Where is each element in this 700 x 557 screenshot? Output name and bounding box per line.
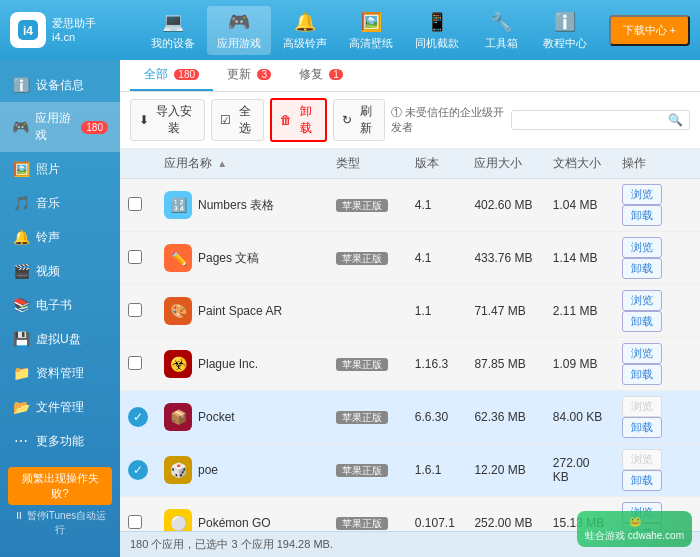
download-button[interactable]: 下载中心 + <box>609 15 690 46</box>
sidebar-item-photos[interactable]: 🖼️ 照片 <box>0 152 120 186</box>
sidebar-item-music[interactable]: 🎵 音乐 <box>0 186 120 220</box>
browse-button[interactable]: 浏览 <box>622 343 662 364</box>
app-type: 苹果正版 <box>328 391 407 444</box>
app-name: Plague Inc. <box>198 357 258 371</box>
photos-icon: 🖼️ <box>12 160 30 178</box>
action-cell: 浏览 卸载 <box>614 444 700 497</box>
info-icon: ℹ️ <box>12 76 30 94</box>
select-all-button[interactable]: ☑ 全选 <box>211 99 264 141</box>
row-checkbox[interactable] <box>128 356 142 370</box>
app-icon: ✏️ <box>164 244 192 272</box>
search-icon: 🔍 <box>668 113 683 127</box>
tab-backup[interactable]: 修复 1 <box>285 60 357 91</box>
col-version-header: 版本 <box>407 149 467 179</box>
browse-button[interactable]: 浏览 <box>622 290 662 311</box>
sidebar-item-app-game[interactable]: 🎮 应用游戏 180 <box>0 102 120 152</box>
action-cell: 浏览 卸载 <box>614 391 700 444</box>
app-version: 0.107.1 <box>407 497 467 532</box>
row-checkbox[interactable] <box>128 197 142 211</box>
sidebar-item-device-info[interactable]: ℹ️ 设备信息 <box>0 68 120 102</box>
app-type: 苹果正版 <box>328 338 407 391</box>
tab-update-badge: 3 <box>257 69 271 80</box>
more-icon: ⋯ <box>12 432 30 450</box>
toolbar: ⬇ 导入安装 ☑ 全选 🗑 卸载 ↻ 刷新 ① 未受信任的企业级开发者 🔍 <box>120 92 700 149</box>
uninstall-row-button[interactable]: 卸载 <box>622 417 662 438</box>
app-icon: 📦 <box>164 403 192 431</box>
checkbox-checked[interactable]: ✓ <box>128 460 148 480</box>
error-button[interactable]: 频繁出现操作失败? <box>8 467 112 505</box>
import-install-button[interactable]: ⬇ 导入安装 <box>130 99 205 141</box>
app-version: 1.1 <box>407 285 467 338</box>
sidebar-item-video[interactable]: 🎬 视频 <box>0 254 120 288</box>
nav-wallpaper[interactable]: 🖼️ 高清壁纸 <box>339 6 403 55</box>
uninstall-row-button[interactable]: 卸载 <box>622 311 662 332</box>
action-cell: 浏览 卸载 <box>614 179 700 232</box>
book-icon: 📚 <box>12 296 30 314</box>
uninstall-row-button[interactable]: 卸载 <box>622 258 662 279</box>
app-version: 1.16.3 <box>407 338 467 391</box>
row-checkbox[interactable] <box>128 303 142 317</box>
nav-my-device[interactable]: 💻 我的设备 <box>141 6 205 55</box>
browse-button[interactable]: 浏览 <box>622 184 662 205</box>
type-badge: 苹果正版 <box>336 411 388 424</box>
app-type: 苹果正版 <box>328 179 407 232</box>
nav-app-game[interactable]: 🎮 应用游戏 <box>207 6 271 55</box>
table-row: ✓ 🎲 poe 苹果正版1.6.112.20 MB272.00 KB 浏览 卸载 <box>120 444 700 497</box>
doc-size: 84.00 KB <box>545 391 614 444</box>
sidebar-item-more[interactable]: ⋯ 更多功能 <box>0 424 120 458</box>
app-icon: 🎨 <box>164 297 192 325</box>
search-input[interactable] <box>518 113 668 127</box>
browse-button[interactable]: 浏览 <box>622 237 662 258</box>
trust-text: ① 未受信任的企业级开发者 <box>391 105 505 135</box>
app-count-badge: 180 <box>81 121 108 134</box>
sidebar-item-data-mgmt[interactable]: 📁 资料管理 <box>0 356 120 390</box>
checkbox-checked[interactable]: ✓ <box>128 407 148 427</box>
app-size: 252.00 MB <box>466 497 544 532</box>
app-name: Pokémon GO <box>198 516 271 530</box>
app-size: 402.60 MB <box>466 179 544 232</box>
uninstall-row-button[interactable]: 卸载 <box>622 364 662 385</box>
sidebar-item-ringtone[interactable]: 🔔 铃声 <box>0 220 120 254</box>
browse-button: 浏览 <box>622 396 662 417</box>
main-layout: ℹ️ 设备信息 🎮 应用游戏 180 🖼️ 照片 🎵 音乐 🔔 铃声 🎬 视频 … <box>0 60 700 557</box>
search-box: 🔍 <box>511 110 690 130</box>
sidebar: ℹ️ 设备信息 🎮 应用游戏 180 🖼️ 照片 🎵 音乐 🔔 铃声 🎬 视频 … <box>0 60 120 557</box>
table-row: ✓ 📦 Pocket 苹果正版6.6.3062.36 MB84.00 KB 浏览… <box>120 391 700 444</box>
usb-icon: 💾 <box>12 330 30 348</box>
app-icon: 🎲 <box>164 456 192 484</box>
col-type-header: 类型 <box>328 149 407 179</box>
type-badge: 苹果正版 <box>336 199 388 212</box>
table-row: ☣️ Plague Inc. 苹果正版1.16.387.85 MB1.09 MB… <box>120 338 700 391</box>
type-badge: 苹果正版 <box>336 358 388 371</box>
nav-tutorial[interactable]: ℹ️ 教程中心 <box>533 6 597 55</box>
refresh-button[interactable]: ↻ 刷新 <box>333 99 386 141</box>
app-version: 6.6.30 <box>407 391 467 444</box>
itunes-status: ⏸ 暂停iTunes自动运行 <box>8 505 112 541</box>
row-checkbox[interactable] <box>128 515 142 529</box>
table-body: 🔢 Numbers 表格 苹果正版4.1402.60 MB1.04 MB 浏览 … <box>120 179 700 532</box>
app-version: 4.1 <box>407 179 467 232</box>
sidebar-item-virtual-u[interactable]: 💾 虚拟U盘 <box>0 322 120 356</box>
screen-icon: 📱 <box>425 10 449 34</box>
uninstall-row-button[interactable]: 卸载 <box>622 470 662 491</box>
app-type: 苹果正版 <box>328 497 407 532</box>
app-size: 433.76 MB <box>466 232 544 285</box>
col-docsize-header: 文档大小 <box>545 149 614 179</box>
type-badge: 苹果正版 <box>336 517 388 530</box>
uninstall-button[interactable]: 🗑 卸载 <box>270 98 326 142</box>
sidebar-item-file-mgmt[interactable]: 📂 文件管理 <box>0 390 120 424</box>
tab-update[interactable]: 更新 3 <box>213 60 285 91</box>
nav-tools[interactable]: 🔧 工具箱 <box>471 6 531 55</box>
row-checkbox[interactable] <box>128 250 142 264</box>
app-size: 12.20 MB <box>466 444 544 497</box>
nav-same-screen[interactable]: 📱 同机截款 <box>405 6 469 55</box>
uninstall-row-button[interactable]: 卸载 <box>622 205 662 226</box>
nav-ringtone[interactable]: 🔔 高级铃声 <box>273 6 337 55</box>
table-row: 🎨 Paint Space AR 1.171.47 MB2.11 MB 浏览 卸… <box>120 285 700 338</box>
action-cell: 浏览 卸载 <box>614 232 700 285</box>
doc-size: 1.09 MB <box>545 338 614 391</box>
status-text: 180 个应用，已选中 3 个应用 194.28 MB. <box>130 537 333 552</box>
sidebar-item-ebook[interactable]: 📚 电子书 <box>0 288 120 322</box>
tools-icon: 🔧 <box>489 10 513 34</box>
tab-all[interactable]: 全部 180 <box>130 60 213 91</box>
